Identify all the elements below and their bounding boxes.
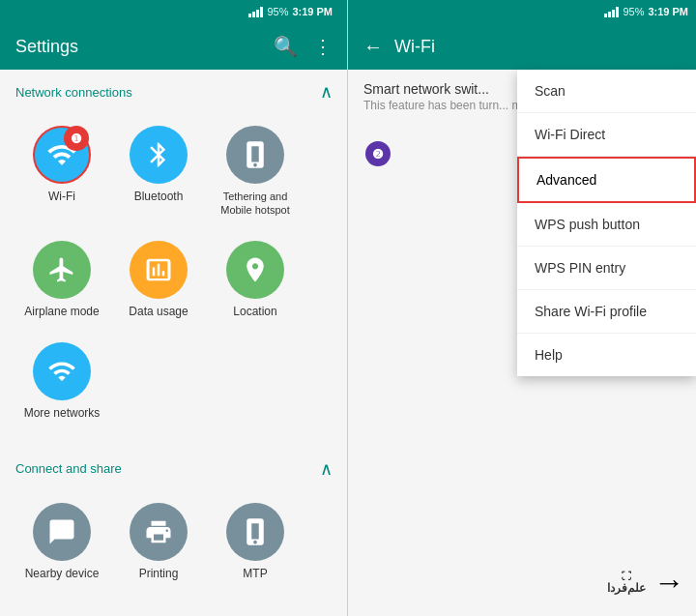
step-badge-1: ❶ bbox=[64, 126, 89, 151]
nearby-icon bbox=[47, 517, 76, 546]
network-section-title: Network connections bbox=[15, 85, 132, 100]
left-signal-icons: 95% 3:19 PM bbox=[8, 0, 340, 23]
mtp-icon bbox=[241, 517, 270, 546]
airplane-label: Airplane mode bbox=[24, 305, 99, 320]
nearby-device-item[interactable]: Nearby device bbox=[15, 493, 108, 592]
connect-section-header: Connect and share ∧ bbox=[0, 447, 348, 485]
location-icon-circle bbox=[226, 241, 284, 299]
network-collapse-icon[interactable]: ∧ bbox=[320, 81, 333, 103]
wifi-title: Wi-Fi bbox=[394, 37, 681, 57]
connect-grid: Nearby device Printing MTP bbox=[0, 485, 348, 607]
settings-content: Network connections ∧ Wi-Fi ❶ bbox=[0, 70, 348, 616]
right-signal-bar bbox=[604, 6, 619, 17]
right-time: 3:19 PM bbox=[648, 6, 688, 17]
wifi-label: Wi-Fi bbox=[48, 190, 75, 205]
airplane-item[interactable]: Airplane mode bbox=[15, 231, 108, 330]
printing-icon-circle bbox=[130, 503, 188, 561]
nearby-label: Nearby device bbox=[25, 567, 100, 582]
left-toolbar-icons: 🔍 ⋮ bbox=[274, 35, 333, 58]
back-icon[interactable]: ← bbox=[363, 36, 383, 58]
menu-wps-button[interactable]: WPS push button bbox=[517, 203, 696, 247]
location-icon bbox=[241, 255, 270, 284]
more-vert-icon[interactable]: ⋮ bbox=[313, 35, 333, 58]
location-label: Location bbox=[233, 305, 276, 320]
left-panel: 95% 3:19 PM Settings 🔍 ⋮ Network connect… bbox=[0, 0, 348, 616]
menu-share-profile[interactable]: Share Wi-Fi profile bbox=[517, 290, 696, 334]
tethering-item[interactable]: Tethering andMobile hotspot bbox=[209, 116, 302, 227]
more-networks-icon bbox=[47, 357, 76, 386]
datausage-label: Data usage bbox=[129, 305, 188, 320]
connect-collapse-icon[interactable]: ∧ bbox=[320, 458, 333, 480]
mtp-icon-circle bbox=[226, 503, 284, 561]
arrow-right-icon: → bbox=[653, 565, 684, 601]
left-time: 3:19 PM bbox=[292, 6, 333, 17]
bluetooth-icon-circle bbox=[130, 126, 188, 184]
menu-wifi-direct[interactable]: Wi-Fi Direct bbox=[517, 113, 696, 157]
left-toolbar: Settings 🔍 ⋮ bbox=[0, 23, 348, 70]
right-panel: 95% 3:19 PM ← Wi-Fi Smart network swit..… bbox=[348, 0, 696, 616]
bluetooth-icon bbox=[144, 140, 173, 169]
left-battery: 95% bbox=[267, 6, 288, 17]
wifi-item[interactable]: Wi-Fi bbox=[15, 116, 108, 227]
left-status-bar: 95% 3:19 PM bbox=[0, 0, 348, 23]
printing-label: Printing bbox=[139, 567, 179, 582]
right-status-bar: 95% 3:19 PM bbox=[348, 0, 696, 23]
search-icon[interactable]: 🔍 bbox=[274, 35, 298, 58]
more-networks-icon-circle bbox=[33, 342, 91, 400]
network-section-header: Network connections ∧ bbox=[0, 70, 348, 108]
menu-advanced[interactable]: Advanced bbox=[517, 157, 696, 203]
watermark: ⛶ علم‌فردا → bbox=[607, 565, 684, 601]
printing-icon bbox=[144, 517, 173, 546]
menu-scan[interactable]: Scan bbox=[517, 70, 696, 113]
more-networks-item[interactable]: More networks bbox=[15, 333, 108, 431]
tethering-icon bbox=[241, 140, 270, 169]
datausage-icon bbox=[144, 255, 173, 284]
mtp-label: MTP bbox=[243, 567, 267, 582]
datausage-item[interactable]: Data usage bbox=[112, 231, 205, 330]
tethering-label: Tethering andMobile hotspot bbox=[220, 190, 290, 218]
printing-item[interactable]: Printing bbox=[112, 493, 205, 592]
bluetooth-item[interactable]: Bluetooth bbox=[112, 116, 205, 227]
mtp-item[interactable]: MTP bbox=[209, 493, 302, 592]
menu-help[interactable]: Help bbox=[517, 334, 696, 376]
tethering-icon-circle bbox=[226, 126, 284, 184]
right-toolbar: ← Wi-Fi bbox=[348, 23, 696, 70]
airplane-icon-circle bbox=[33, 241, 91, 299]
bluetooth-label: Bluetooth bbox=[134, 190, 184, 205]
datausage-icon-circle bbox=[130, 241, 188, 299]
more-networks-label: More networks bbox=[24, 406, 101, 422]
step-badge-2: ❷ bbox=[365, 141, 391, 166]
location-item[interactable]: Location bbox=[209, 231, 302, 330]
dropdown-menu: Scan Wi-Fi Direct Advanced WPS push butt… bbox=[517, 70, 696, 376]
network-grid: Wi-Fi ❶ Bluetooth Te bbox=[0, 108, 348, 447]
left-signal-bar bbox=[248, 6, 263, 17]
right-battery: 95% bbox=[623, 6, 644, 17]
watermark-logo: ⛶ علم‌فردا bbox=[607, 571, 646, 595]
nearby-icon-circle bbox=[33, 503, 91, 561]
airplane-icon bbox=[47, 255, 76, 284]
menu-wps-pin[interactable]: WPS PIN entry bbox=[517, 247, 696, 290]
connect-section-title: Connect and share bbox=[15, 461, 122, 476]
settings-title: Settings bbox=[15, 37, 274, 57]
